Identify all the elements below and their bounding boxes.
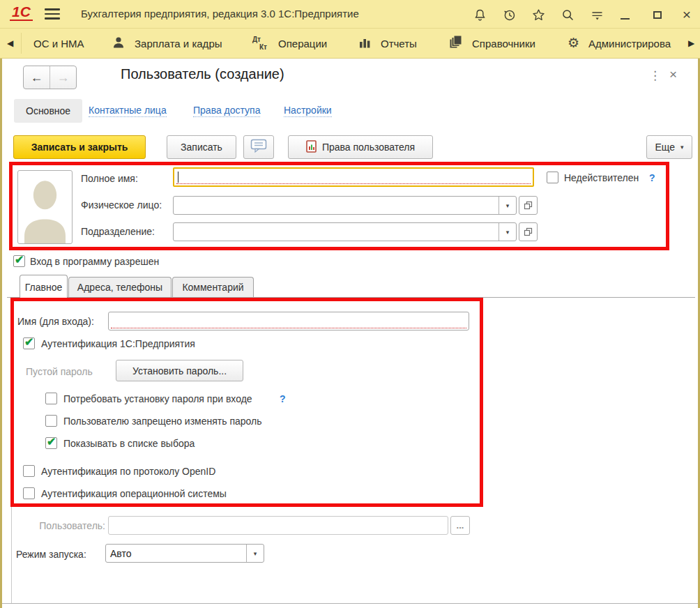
link-prava-dostupa[interactable]: Права доступа [193,105,260,117]
favorites-star-icon[interactable] [530,6,547,23]
dropdown-arrow-icon[interactable]: ▾ [499,223,516,241]
section-administrirovanie[interactable]: ⚙ Администрирова [568,29,686,58]
choose-from-list-icon [524,227,533,236]
form-menu-dots-icon[interactable]: ⋮ [649,68,662,83]
button-label: Еще [655,142,675,153]
tab-glavnoe[interactable]: Главное [20,275,68,298]
set-password-button[interactable]: Установить пароль... [116,360,243,381]
report-icon [306,140,317,155]
button-label: Установить пароль... [132,365,227,377]
titlebar: 1С Бухгалтерия предприятия, редакция 3.0… [0,0,700,28]
close-window-icon[interactable]: × [678,6,695,23]
os-auth-label: Аутентификация операционной системы [41,488,227,499]
person-label: Физическое лицо: [81,199,162,211]
back-button[interactable]: ← [24,66,50,89]
invalid-help-icon[interactable]: ? [649,172,655,183]
run-mode-combobox[interactable]: Авто ▾ [105,544,264,563]
run-mode-label: Режим запуска: [16,549,86,560]
tab-label: Главное [25,282,63,293]
comment-button[interactable] [243,135,274,159]
save-button[interactable]: Записать [167,135,236,159]
link-kontaktnye-litsa[interactable]: Контактные лица [89,105,167,117]
text-cursor [178,172,178,183]
button-label: Записать [181,142,222,153]
section-otchety[interactable]: Отчеты [358,29,417,58]
os-auth-checkbox[interactable] [23,487,35,499]
person-silhouette-icon [18,174,72,243]
window-title: Бухгалтерия предприятия, редакция 3.0 1С… [81,8,359,20]
login-name-field[interactable] [108,312,469,330]
login-name-label: Имя (для входа): [17,316,94,327]
require-password-help-icon[interactable]: ? [280,393,286,404]
chevron-down-icon: ▾ [680,144,684,151]
button-label: Права пользователя [322,142,415,153]
section-spravochniki[interactable]: Справочники [448,29,535,58]
os-user-select-button[interactable]: ... [450,516,470,535]
tab-adresa-telefony[interactable]: Адреса, телефоны [68,277,172,297]
notifications-bell-icon[interactable] [471,6,488,23]
full-name-label: Полное имя: [81,173,138,184]
section-label: Операции [278,38,327,50]
save-and-close-button[interactable]: Записать и закрыть [13,135,146,159]
show-in-chooser-label: Показывать в списке выбора [63,438,195,449]
history-icon[interactable] [501,6,517,23]
tabstrip-border [7,297,695,298]
section-label: Справочники [472,38,535,50]
all-functions-icon[interactable] [588,6,605,23]
history-nav-buttons: ← → [23,66,77,89]
section-zarplata-i-kadry[interactable]: Зарплата и кадры [112,29,222,58]
search-icon[interactable] [559,6,576,23]
login-allowed-checkbox[interactable] [13,255,25,267]
form-close-icon[interactable]: × [669,67,677,82]
1c-logo: 1С [10,4,33,21]
nav-divider [21,33,22,54]
nav-scroll-left-icon[interactable]: ◀ [7,29,13,58]
tab-kommentariy[interactable]: Комментарий [172,277,254,297]
show-in-chooser-checkbox[interactable] [45,437,57,449]
gear-icon: ⚙ [568,36,579,50]
section-label: ОС и НМА [33,38,84,50]
user-form: ← → Пользователь (создание) ⋮ × Основное… [0,59,700,608]
user-avatar[interactable] [17,170,73,244]
section-os-i-nma[interactable]: ОС и НМА [33,29,84,58]
tab-osnovnoe[interactable]: Основное [14,99,82,123]
user-rights-button[interactable]: Права пользователя [288,135,433,159]
require-password-set-label: Потребовать установку пароля при входе [63,393,252,404]
forbid-password-change-label: Пользователю запрещено изменять пароль [63,416,262,427]
dropdown-arrow-icon[interactable]: ▾ [246,545,264,562]
person-icon [112,36,125,52]
dt-kt-icon: Дт Кт [252,36,269,51]
department-label: Подразделение: [81,226,155,237]
full-name-field[interactable] [173,167,534,187]
department-combobox[interactable]: ▾ [173,222,517,241]
auth-1c-checkbox[interactable] [23,337,35,349]
ellipsis-icon: ... [457,520,464,531]
openid-auth-label: Аутентификация по протоколу OpenID [41,466,215,477]
link-nastroyki[interactable]: Настройки [284,105,332,117]
os-user-label: Пользователь: [16,520,105,531]
main-menu-icon[interactable] [45,8,60,20]
invalid-checkbox[interactable] [547,172,558,183]
sections-panel: ◀ ОС и НМА Зарплата и кадры Дт Кт Операц… [0,28,700,59]
run-mode-value: Авто [106,545,246,562]
more-button[interactable]: Еще ▾ [646,135,692,159]
form-bottom-border [2,603,698,604]
person-pick-button[interactable] [519,196,538,215]
maximize-icon[interactable] [649,6,666,23]
require-password-set-checkbox[interactable] [45,393,57,404]
openid-auth-checkbox[interactable] [23,465,35,477]
forward-button: → [50,66,76,89]
button-label: Записать и закрыть [31,142,128,153]
application-window: 1С Бухгалтерия предприятия, редакция 3.0… [0,0,700,608]
section-operatsii[interactable]: Дт Кт Операции [252,29,327,58]
tab-label: Комментарий [182,282,243,293]
choose-from-list-icon [524,201,533,210]
forbid-password-change-checkbox[interactable] [45,415,57,427]
dropdown-arrow-icon[interactable]: ▾ [499,197,516,214]
comment-bubble-icon [250,139,267,155]
tab-label: Адреса, телефоны [77,282,162,293]
nav-scroll-right-icon[interactable]: ▶ [688,29,694,58]
person-combobox[interactable]: ▾ [173,196,517,215]
minimize-icon[interactable] [616,6,633,23]
department-pick-button[interactable] [519,222,538,241]
